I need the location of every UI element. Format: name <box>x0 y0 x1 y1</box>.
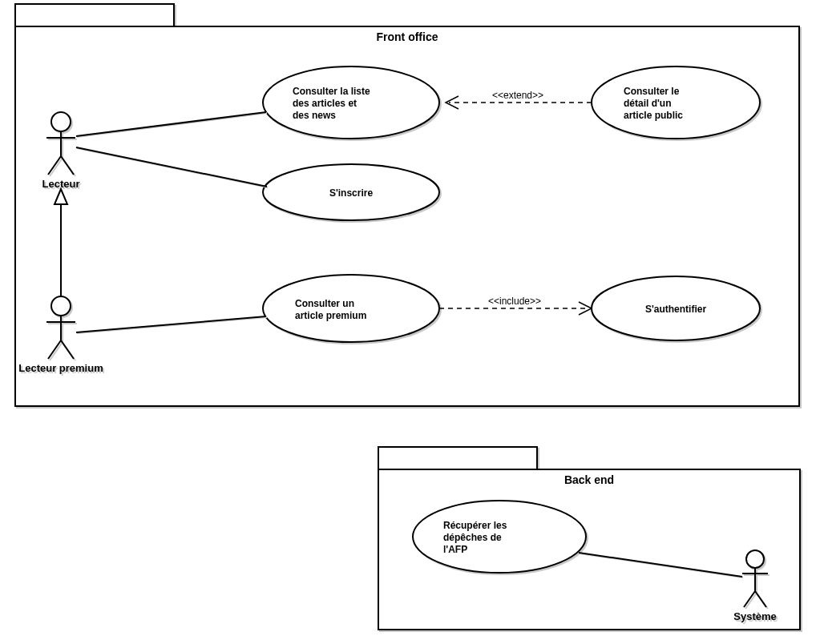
actor-lecteur-premium-label: Lecteur premium <box>18 362 103 374</box>
extend-label: <<extend>> <box>492 90 543 101</box>
svg-text:Récupérer les: Récupérer les <box>443 520 507 531</box>
uml-usecase-diagram: Front office Lecteur Lecteur premium Con… <box>0 0 816 644</box>
svg-text:Consulter le: Consulter le <box>624 86 680 97</box>
package-back-title: Back end <box>564 473 614 486</box>
usecase-sauthentifier: S'authentifier <box>592 276 760 340</box>
svg-text:l'AFP: l'AFP <box>443 544 467 555</box>
svg-point-2 <box>51 112 71 131</box>
svg-text:S'authentifier: S'authentifier <box>645 304 707 315</box>
svg-point-18 <box>592 66 760 139</box>
actor-systeme-label: Système <box>733 610 776 622</box>
svg-text:article public: article public <box>624 110 683 121</box>
svg-point-7 <box>51 296 71 316</box>
svg-text:Consulter un: Consulter un <box>295 298 354 309</box>
svg-text:S'inscrire: S'inscrire <box>329 187 374 199</box>
svg-text:dépêches de: dépêches de <box>443 532 502 543</box>
usecase-sinscrire: S'inscrire <box>263 164 439 220</box>
svg-point-37 <box>746 550 764 568</box>
svg-text:article premium: article premium <box>295 310 366 321</box>
svg-text:des news: des news <box>293 110 336 121</box>
svg-text:Consulter la liste: Consulter la liste <box>293 86 370 97</box>
usecase-recuperer-depeches: Récupérer les dépêches de l'AFP <box>413 501 586 573</box>
svg-rect-0 <box>15 4 174 26</box>
svg-rect-31 <box>378 447 537 469</box>
svg-text:détail d'un: détail d'un <box>624 98 672 109</box>
usecase-consulter-detail: Consulter le détail d'un article public <box>592 66 760 139</box>
usecase-consulter-liste: Consulter la liste des articles et des n… <box>263 66 439 139</box>
usecase-consulter-premium: Consulter un article premium <box>263 275 439 342</box>
svg-text:des articles et: des articles et <box>293 98 357 109</box>
include-label: <<include>> <box>488 296 541 307</box>
package-front-title: Front office <box>377 30 438 43</box>
